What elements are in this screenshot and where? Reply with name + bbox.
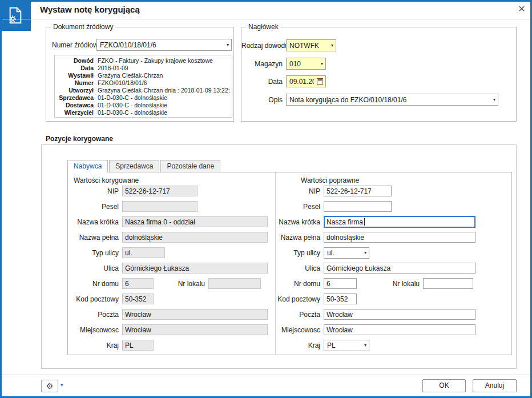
typ-ulicy-corrected-input [122,247,165,258]
detail-label: Wierzyciel [57,109,94,116]
detail-value: Grażyna Cieślak-Chrzan [98,72,163,79]
dialog-title: Wystaw notę korygującą [40,5,140,14]
positions-section-title: Pozycje korygowane [46,135,113,143]
opis-select[interactable]: Nota korygująca do FZKO/010/18/01/6 ▾ [286,94,498,106]
chevron-down-icon: ▾ [321,61,323,66]
rodzaj-dowodu-label: Rodzaj dowodu [241,42,283,50]
settings-button[interactable]: ⚙ [41,380,58,392]
chevron-down-icon: ▾ [364,343,366,348]
nr-lokalu-label: Nr lokalu [154,280,205,288]
detail-row: Dostawca01-D-030-C - dolnośląskie [57,102,229,109]
ok-button[interactable]: OK [422,379,466,392]
numer-zrodlowy-select[interactable]: FZKO/010/18/01/6 ▾ [96,39,232,51]
typ-ulicy-label: Typ ulicy [275,249,320,257]
nip-label: NIP [71,187,119,195]
magazyn-label: Magazyn [241,60,283,68]
nr-domu-label: Nr domu [275,280,320,288]
note-document-icon [0,0,31,31]
detail-value: 01-D-030-C - dolnośląskie [98,94,167,102]
typ-ulicy-correct-select[interactable]: ul. ▾ [324,247,369,259]
tab-sprzedawca[interactable]: Sprzedawca [109,160,159,172]
source-document-group: Dokument źródłowy Numer źródłowy FZKO/01… [46,27,234,122]
ulica-label: Ulica [71,264,119,272]
kraj-correct-value: PL [327,341,336,349]
detail-label: Utworzył [57,87,94,94]
issue-correction-note-dialog: Wystaw notę korygującą × Dokument źródło… [0,0,532,398]
typ-ulicy-correct-value: ul. [327,249,334,257]
detail-row: DowódFZKO - Faktury - Zakupy krajowe kos… [57,57,229,65]
nr-lokalu-label: Nr lokalu [357,280,420,288]
calendar-icon[interactable] [317,78,323,85]
chevron-down-icon: ▾ [364,250,366,255]
nazwa-pelna-label: Nazwa pełna [71,234,119,242]
rodzaj-dowodu-select[interactable]: NOTWFK ▾ [286,39,336,51]
magazyn-select[interactable]: 010 ▾ [286,58,326,70]
source-details-panel: DowódFZKO - Faktury - Zakupy krajowe kos… [54,55,232,118]
kraj-corrected-input [122,340,154,351]
kod-pocztowy-correct-input[interactable] [324,294,357,304]
gear-icon: ⚙ [46,381,54,391]
document-gear-icon [6,6,25,25]
typ-ulicy-label: Typ ulicy [71,249,119,257]
header-group: Nagłówek Rodzaj dowodu NOTWFK ▾ Magazyn … [241,27,517,122]
detail-row: UtworzyłGrażyna Cieślak-Chrzan dnia : 20… [57,87,229,94]
nr-lokalu-corrected-input [208,278,261,289]
pesel-label: Pesel [71,203,119,211]
footer-divider [2,375,530,375]
chevron-down-icon[interactable]: ▾ [61,382,63,388]
detail-value: 01-D-030-C - dolnośląskie [98,109,167,116]
tab-nabywca[interactable]: Nabywca [67,160,108,172]
detail-value: FZKO/010/18/01/6 [98,79,147,87]
magazyn-value: 010 [289,60,301,68]
miejscowosc-label: Miejscowosc [275,326,320,334]
kraj-label: Kraj [71,341,119,349]
kod-pocztowy-corrected-input [122,294,154,304]
nazwa-pelna-correct-input[interactable] [324,232,475,243]
pesel-correct-input[interactable] [324,201,392,212]
kraj-correct-select[interactable]: PL ▾ [324,340,369,351]
miejscowosc-corrected-input [122,324,268,335]
nip-label: NIP [275,187,320,195]
nip-corrected-input [122,186,198,196]
detail-label: Sprzedawca [57,94,94,102]
nip-correct-input[interactable] [324,186,392,196]
detail-label: Dowód [57,57,94,65]
detail-row: NumerFZKO/010/18/01/6 [57,79,229,87]
header-legend: Nagłówek [246,23,281,31]
cancel-button[interactable]: Anuluj [473,379,517,392]
detail-row: Sprzedawca01-D-030-C - dolnośląskie [57,94,229,102]
nazwa-pelna-corrected-input [122,232,268,243]
nr-domu-corrected-input [122,278,154,289]
kod-pocztowy-label: Kod pocztowy [275,295,320,303]
title-divider [2,19,530,19]
detail-label: Numer [57,79,94,87]
opis-value: Nota korygująca do FZKO/010/18/01/6 [289,96,406,104]
nabywca-tab-panel: Wartości korygowane Wartości poprawne NI… [67,172,512,355]
text-cursor [364,218,365,226]
correct-values-title: Wartości poprawne [301,176,359,184]
poczta-label: Poczta [275,311,320,319]
detail-value: Grażyna Cieślak-Chrzan dnia : 2018-01-09… [98,87,229,94]
nazwa-krotka-label: Nazwa krótka [275,218,320,226]
nr-domu-label: Nr domu [71,280,119,288]
data-value: 09.01.2018 [289,78,314,86]
nazwa-krotka-correct-input[interactable]: Nasza firma [324,216,475,228]
tab-strip: Nabywca Sprzedawca Pozostałe dane [67,160,221,172]
source-document-legend: Dokument źródłowy [51,23,115,31]
nr-lokalu-correct-input[interactable] [423,278,473,289]
nazwa-krotka-label: Nazwa krótka [71,218,119,226]
pesel-label: Pesel [275,203,320,211]
kod-pocztowy-label: Kod pocztowy [71,295,119,303]
miejscowosc-correct-input[interactable] [324,324,475,335]
pesel-corrected-input [122,201,198,212]
data-date-input[interactable]: 09.01.2018 [286,75,326,87]
detail-value: 01-D-030-C - dolnośląskie [98,102,167,109]
nr-domu-correct-input[interactable] [324,278,357,289]
detail-label: Data [57,65,94,72]
tab-pozostale-dane[interactable]: Pozostałe dane [160,160,220,172]
ulica-correct-input[interactable] [324,263,475,274]
numer-zrodlowy-value: FZKO/010/18/01/6 [100,41,156,49]
chevron-down-icon: ▾ [227,42,229,47]
poczta-correct-input[interactable] [324,309,475,320]
close-icon[interactable]: × [518,2,525,14]
